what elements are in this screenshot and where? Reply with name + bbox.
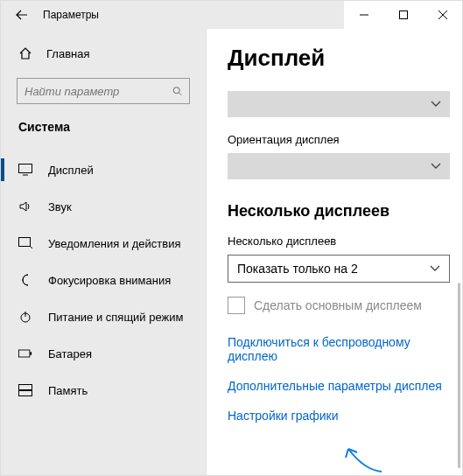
chevron-down-icon <box>430 265 440 272</box>
scrollbar[interactable] <box>458 283 460 468</box>
svg-rect-8 <box>19 391 32 396</box>
sidebar-nav: Дисплей Звук Уведомления и действия <box>1 151 206 409</box>
multi-display-value: Показать только на 2 <box>237 262 358 276</box>
power-icon <box>18 310 32 324</box>
minimize-icon <box>360 10 368 19</box>
speaker-icon <box>18 200 32 214</box>
wireless-display-link[interactable]: Подключиться к беспроводному дисплею <box>228 335 450 363</box>
home-icon <box>18 46 32 60</box>
search-box[interactable] <box>17 78 190 104</box>
orientation-label: Ориентация дисплея <box>228 133 450 146</box>
window-title: Параметры <box>43 9 99 21</box>
sidebar-item-battery[interactable]: Батарея <box>1 335 206 372</box>
sidebar-item-label: Фокусировка внимания <box>48 274 171 287</box>
chevron-down-icon <box>431 163 441 170</box>
moon-icon <box>18 273 32 287</box>
svg-rect-2 <box>19 164 32 173</box>
arrow-left-icon <box>16 9 28 21</box>
multi-display-heading: Несколько дисплеев <box>228 202 450 220</box>
multi-display-label: Несколько дисплеев <box>228 234 450 248</box>
minimize-button[interactable] <box>344 1 383 29</box>
search-input[interactable] <box>25 85 172 98</box>
svg-rect-0 <box>399 11 407 19</box>
sidebar-item-label: Батарея <box>48 347 92 360</box>
notification-icon <box>18 236 32 250</box>
sidebar-item-label: Звук <box>48 200 72 214</box>
svg-point-1 <box>173 88 179 94</box>
maximize-icon <box>399 10 408 19</box>
sidebar-home-label: Главная <box>46 47 89 60</box>
titlebar: Параметры <box>1 1 462 29</box>
svg-rect-6 <box>30 352 32 355</box>
sidebar-item-label: Память <box>48 384 88 397</box>
graphics-settings-link[interactable]: Настройки графики <box>228 409 450 423</box>
sidebar-category: Система <box>1 120 206 144</box>
svg-rect-5 <box>18 350 29 357</box>
primary-display-checkbox[interactable] <box>228 297 245 314</box>
orientation-dropdown[interactable] <box>228 153 450 179</box>
battery-icon <box>18 346 32 360</box>
sidebar-item-display[interactable]: Дисплей <box>1 151 206 188</box>
primary-display-checkbox-label: Сделать основным дисплеем <box>254 298 422 312</box>
sidebar-item-power[interactable]: Питание и спящий режим <box>1 298 206 335</box>
close-button[interactable] <box>423 1 462 29</box>
sidebar-item-sound[interactable]: Звук <box>1 188 206 225</box>
sidebar-item-focus[interactable]: Фокусировка внимания <box>1 262 206 298</box>
sidebar-item-notifications[interactable]: Уведомления и действия <box>1 225 206 262</box>
advanced-display-link[interactable]: Дополнительные параметры дисплея <box>228 379 450 393</box>
annotation-arrow-icon <box>338 440 390 475</box>
back-button[interactable] <box>8 1 36 29</box>
chevron-down-icon <box>431 101 441 108</box>
multi-display-select[interactable]: Показать только на 2 <box>228 255 450 283</box>
sidebar-item-label: Дисплей <box>48 164 94 177</box>
page-title: Дисплей <box>228 45 450 72</box>
content-area: Дисплей Ориентация дисплея Несколько дис… <box>207 29 462 475</box>
primary-display-checkbox-row[interactable]: Сделать основным дисплеем <box>228 297 450 314</box>
svg-rect-3 <box>19 238 31 247</box>
sidebar-item-storage[interactable]: Память <box>1 372 206 409</box>
maximize-button[interactable] <box>383 1 423 29</box>
close-icon <box>438 10 447 19</box>
sidebar: Главная Система Дисплей <box>1 29 207 475</box>
sidebar-item-label: Питание и спящий режим <box>48 311 183 324</box>
sidebar-item-label: Уведомления и действия <box>48 237 181 250</box>
search-icon <box>172 85 182 97</box>
svg-rect-7 <box>19 385 32 390</box>
scale-dropdown[interactable] <box>228 91 450 117</box>
monitor-icon <box>18 163 32 177</box>
storage-icon <box>18 383 32 397</box>
sidebar-home[interactable]: Главная <box>1 41 206 69</box>
